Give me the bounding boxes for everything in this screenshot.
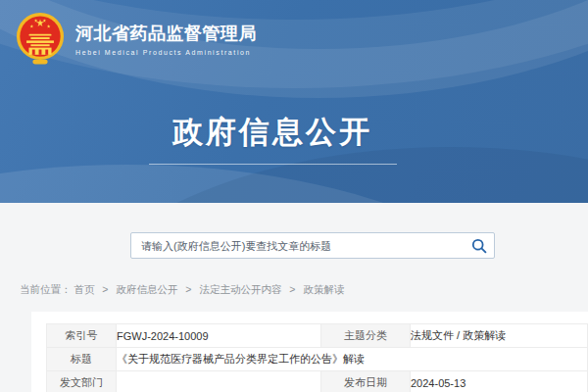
breadcrumb-separator: >: [185, 283, 191, 295]
wave-decoration: [0, 165, 568, 203]
national-emblem-icon: [16, 11, 65, 66]
site-name-cn: 河北省药品监督管理局: [75, 22, 257, 45]
document-meta-card: 索引号 FGWJ-2024-10009 主题分类 法规文件 / 政策解读 标题 …: [31, 312, 588, 392]
index-number-value: FGWJ-2024-10009: [117, 324, 321, 348]
document-meta-table: 索引号 FGWJ-2024-10009 主题分类 法规文件 / 政策解读 标题 …: [46, 323, 588, 392]
page-title: 政府信息公开: [172, 112, 372, 153]
title-value: 《关于规范医疗器械产品分类界定工作的公告》解读: [117, 348, 588, 371]
table-row: 标题 《关于规范医疗器械产品分类界定工作的公告》解读: [47, 348, 588, 371]
hero-banner: 河北省药品监督管理局 Hebei Medical Products Admini…: [0, 0, 588, 203]
search-box: [130, 232, 495, 259]
department-value: [117, 371, 321, 392]
title-underline: [149, 164, 397, 165]
table-row: 索引号 FGWJ-2024-10009 主题分类 法规文件 / 政策解读: [47, 324, 588, 348]
publish-date-value: 2024-05-13: [411, 371, 588, 392]
content-area: 当前位置： 首页 > 政府信息公开 > 法定主动公开内容 > 政策解读 索引号 …: [0, 203, 588, 392]
table-row: 发文部门 发布日期 2024-05-13: [47, 371, 588, 392]
search-icon: [471, 238, 487, 254]
search-input[interactable]: [131, 233, 465, 258]
site-logo-link[interactable]: 河北省药品监督管理局 Hebei Medical Products Admini…: [16, 11, 257, 66]
index-number-label: 索引号: [47, 324, 117, 348]
breadcrumb-item-statutory-disclosure[interactable]: 法定主动公开内容: [199, 283, 281, 295]
breadcrumb-item-home[interactable]: 首页: [74, 283, 94, 295]
department-label: 发文部门: [47, 371, 117, 392]
breadcrumb-separator: >: [289, 283, 295, 295]
breadcrumb-prefix: 当前位置：: [20, 283, 72, 295]
category-value: 法规文件 / 政策解读: [411, 324, 588, 348]
breadcrumb-item-info-disclosure[interactable]: 政府信息公开: [116, 283, 177, 295]
breadcrumb-separator: >: [102, 283, 108, 295]
publish-date-label: 发布日期: [321, 371, 411, 392]
breadcrumb-item-policy-interpretation: 政策解读: [303, 283, 344, 295]
banner-title-block: 政府信息公开: [0, 112, 545, 165]
title-label: 标题: [47, 348, 117, 371]
breadcrumb: 当前位置： 首页 > 政府信息公开 > 法定主动公开内容 > 政策解读: [20, 283, 344, 297]
site-name-en: Hebei Medical Products Administration: [75, 49, 257, 56]
category-label: 主题分类: [321, 324, 411, 348]
search-button[interactable]: [465, 233, 494, 258]
